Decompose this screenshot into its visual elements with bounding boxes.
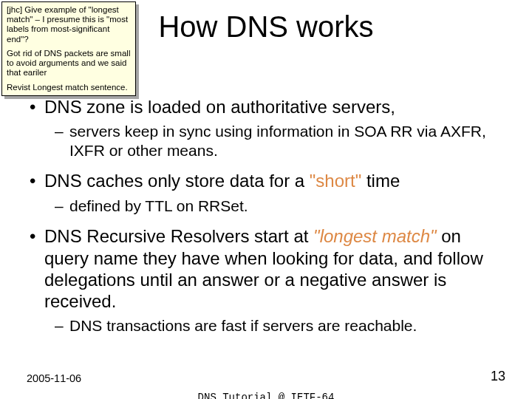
bullet-icon: •	[30, 170, 35, 191]
dash-icon: –	[55, 316, 64, 335]
comment-line: [jhc] Give example of "longest match" – …	[7, 5, 131, 44]
page-number: 13	[491, 369, 505, 384]
bullet-item: • DNS caches only store data for a "shor…	[27, 170, 505, 191]
bullet-text: time	[361, 171, 400, 191]
highlight-text: "short"	[310, 171, 361, 191]
sub-bullet-item: – DNS transactions are fast if servers a…	[27, 316, 505, 335]
sub-bullet-item: – servers keep in sync using information…	[27, 122, 505, 160]
bullet-icon: •	[30, 225, 35, 247]
footer-center-line: DNS Tutorial @ IETF-64	[198, 392, 335, 399]
sub-bullet-text: servers keep in sync using information i…	[69, 123, 486, 159]
comment-line: Revist Longest match sentence.	[7, 83, 131, 92]
bullet-text: DNS Recursive Resolvers start at	[44, 226, 313, 246]
comment-line: Got rid of DNS packets are small to avoi…	[7, 49, 131, 78]
dash-icon: –	[55, 197, 64, 216]
slide-body: • DNS zone is loaded on authoritative se…	[27, 96, 505, 346]
sub-bullet-item: – defined by TTL on RRSet.	[27, 197, 505, 216]
bullet-text: DNS caches only store data for a	[44, 171, 310, 191]
review-comment-sticky: [jhc] Give example of "longest match" – …	[1, 1, 136, 96]
bullet-item: • DNS Recursive Resolvers start at "long…	[27, 225, 505, 312]
sub-bullet-text: DNS transactions are fast if servers are…	[69, 317, 417, 334]
bullet-icon: •	[30, 96, 35, 117]
sub-bullet-text: defined by TTL on RRSet.	[69, 197, 248, 214]
highlight-text: "longest match"	[313, 226, 436, 246]
bullet-item: • DNS zone is loaded on authoritative se…	[27, 96, 505, 117]
slide: How DNS works [jhc] Give example of "lon…	[0, 0, 532, 399]
footer-center: DNS Tutorial @ IETF-64 ogud@ogud.com & p…	[0, 392, 532, 399]
dash-icon: –	[55, 122, 64, 141]
footer-date: 2005-11-06	[27, 372, 81, 384]
bullet-text: DNS zone is loaded on authoritative serv…	[44, 97, 395, 117]
